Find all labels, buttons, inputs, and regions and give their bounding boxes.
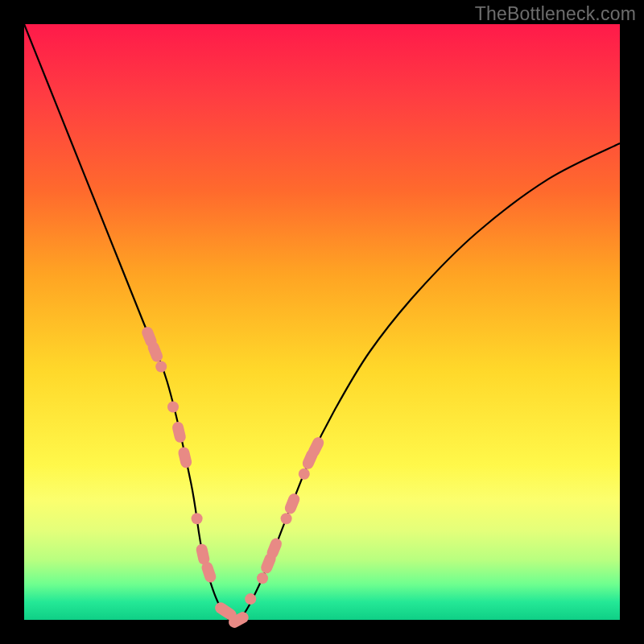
curve-marker-dot [299,469,310,480]
curve-marker-pill [177,446,193,469]
curve-marker-pill [283,492,302,515]
bottleneck-curve [24,24,620,621]
curve-marker-dot [245,593,256,605]
curve-marker-pill [171,421,188,444]
curve-marker-dot [192,513,203,524]
curve-markers [140,325,326,630]
chart-svg [24,24,620,620]
chart-stage: TheBottleneck.com [0,0,644,644]
curve-marker-dot [257,572,268,584]
curve-marker-dot [167,401,179,412]
curve-marker-dot [155,361,167,373]
watermark-text: TheBottleneck.com [475,3,636,25]
plot-area [24,24,620,620]
curve-marker-dot [281,513,292,524]
